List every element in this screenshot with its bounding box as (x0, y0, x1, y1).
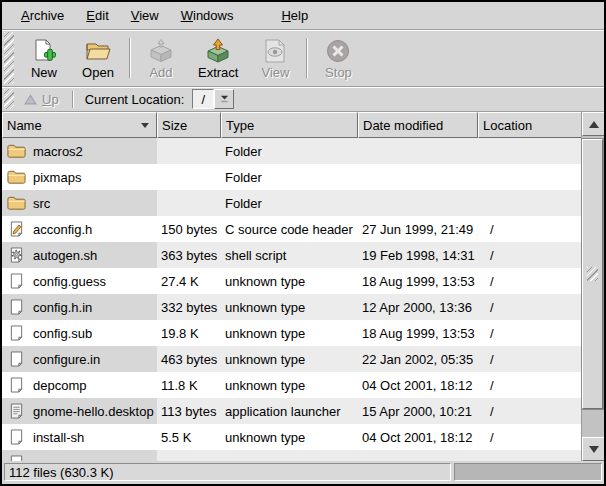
file-list: macros2FolderpixmapsFoldersrcFolderaccon… (2, 138, 582, 461)
file-name-cell: acconfig.h (2, 216, 157, 242)
menu-archive[interactable]: Archive (10, 3, 75, 29)
file-size-cell: 19.8 K (157, 320, 221, 346)
open-button-label: Open (82, 65, 114, 80)
file-location-cell: / (478, 424, 582, 450)
file-row[interactable]: configure.in463 bytesunknown type22 Jan … (2, 346, 582, 372)
file-type-cell: unknown type (221, 268, 358, 294)
file-row[interactable]: config.guess27.4 Kunknown type18 Aug 199… (2, 268, 582, 294)
file-row[interactable]: config.h.in332 bytesunknown type12 Apr 2… (2, 294, 582, 320)
file-name: config.guess (33, 274, 106, 289)
file-date-cell: 04 Oct 2001, 18:12 (358, 372, 478, 398)
file-size-cell: 5.5 K (157, 424, 221, 450)
new-button[interactable]: New (17, 34, 71, 83)
file-row[interactable]: srcFolder (2, 190, 582, 216)
stop-button[interactable]: Stop (311, 34, 365, 83)
add-files-icon (148, 38, 174, 64)
scrollbar-thumb[interactable] (582, 139, 603, 409)
file-icon (6, 271, 26, 291)
locationbar-drag-handle[interactable] (4, 89, 14, 109)
menu-windows[interactable]: Windows (170, 3, 245, 29)
file-size-cell: 27.4 K (157, 268, 221, 294)
file-name-cell: configure.in (2, 346, 157, 372)
file-row[interactable]: acconfig.h150 bytesC source code header2… (2, 216, 582, 242)
extract-button[interactable]: Extract (188, 34, 248, 83)
file-row[interactable]: install-sh5.5 Kunknown type04 Oct 2001, … (2, 424, 582, 450)
view-button[interactable]: View (248, 34, 302, 83)
status-text: 112 files (630.3 K) (9, 465, 114, 480)
location-entry[interactable]: / (192, 89, 214, 109)
toolbar-drag-handle[interactable] (4, 32, 14, 84)
file-row[interactable] (2, 450, 582, 461)
file-row[interactable]: depcomp11.8 Kunknown type04 Oct 2001, 18… (2, 372, 582, 398)
scroll-up-button[interactable] (582, 112, 605, 136)
column-header-size[interactable]: Size (157, 112, 221, 138)
view-button-label: View (261, 65, 289, 80)
file-location-cell: / (478, 346, 582, 372)
file-name: acconfig.h (33, 222, 92, 237)
up-button[interactable]: Up (17, 91, 66, 108)
c-header-icon (6, 219, 26, 239)
file-date-cell: 18 Aug 1999, 13:53 (358, 268, 478, 294)
file-date-cell: 22 Jan 2002, 05:35 (358, 346, 478, 372)
file-icon (6, 427, 26, 447)
file-type-cell: Folder (221, 190, 358, 216)
menu-help[interactable]: Help (270, 3, 319, 29)
menu-view[interactable]: View (120, 3, 170, 29)
column-header-type[interactable]: Type (221, 112, 358, 138)
file-size-cell: 363 bytes (157, 242, 221, 268)
file-name-cell: depcomp (2, 372, 157, 398)
scroll-down-arrow-icon (589, 446, 599, 453)
file-type-cell: unknown type (221, 346, 358, 372)
file-name-cell: install-sh (2, 424, 157, 450)
file-icon (6, 297, 26, 317)
file-row[interactable]: pixmapsFolder (2, 164, 582, 190)
file-location-cell: / (478, 398, 582, 424)
menu-bar: Archive Edit View Windows Help (2, 2, 604, 30)
file-date-cell: 15 Apr 2000, 10:21 (358, 398, 478, 424)
file-row[interactable]: config.sub19.8 Kunknown type18 Aug 1999,… (2, 320, 582, 346)
column-header-row: Name Size Type Date modified Location (2, 112, 582, 138)
folder-icon (6, 167, 26, 187)
add-button[interactable]: Add (134, 34, 188, 83)
file-location-cell (478, 164, 582, 190)
file-location-cell (478, 138, 582, 164)
locationbar-separator (72, 91, 73, 108)
location-dropdown-button[interactable] (214, 89, 234, 109)
file-row[interactable]: autogen.sh363 bytesshell script19 Feb 19… (2, 242, 582, 268)
file-icon (6, 375, 26, 395)
desktop-file-icon (6, 401, 26, 421)
file-date-cell: 04 Oct 2001, 18:12 (358, 424, 478, 450)
up-button-label: Up (42, 92, 59, 107)
file-row[interactable]: gnome-hello.desktop113 bytesapplication … (2, 398, 582, 424)
toolbar-separator (129, 38, 130, 78)
file-name-cell: pixmaps (2, 164, 157, 190)
file-name-cell: config.sub (2, 320, 157, 346)
file-row[interactable]: macros2Folder (2, 138, 582, 164)
file-name: pixmaps (33, 170, 81, 185)
file-date-cell (358, 190, 478, 216)
open-button[interactable]: Open (71, 34, 125, 83)
file-location-cell: / (478, 268, 582, 294)
current-location-label: Current Location: (85, 92, 185, 107)
file-icon (6, 453, 26, 461)
column-header-location[interactable]: Location (478, 112, 582, 138)
file-size-cell: 11.8 K (157, 372, 221, 398)
file-location-cell: / (478, 320, 582, 346)
extract-button-label: Extract (198, 65, 238, 80)
menu-edit[interactable]: Edit (75, 3, 119, 29)
file-name-cell: autogen.sh (2, 242, 157, 268)
folder-icon (6, 193, 26, 213)
column-header-date-modified[interactable]: Date modified (358, 112, 478, 138)
file-type-cell: application launcher (221, 398, 358, 424)
file-name-cell: macros2 (2, 138, 157, 164)
sort-down-icon (141, 123, 149, 128)
file-name: config.h.in (33, 300, 92, 315)
file-size-cell: 113 bytes (157, 398, 221, 424)
up-arrow-icon (24, 94, 37, 105)
toolbar-separator (306, 38, 307, 78)
scroll-down-button[interactable] (582, 437, 605, 461)
column-header-name[interactable]: Name (2, 112, 157, 138)
scrollbar-grip-icon (587, 267, 598, 281)
vertical-scrollbar[interactable] (581, 112, 604, 461)
file-location-cell (478, 450, 582, 461)
